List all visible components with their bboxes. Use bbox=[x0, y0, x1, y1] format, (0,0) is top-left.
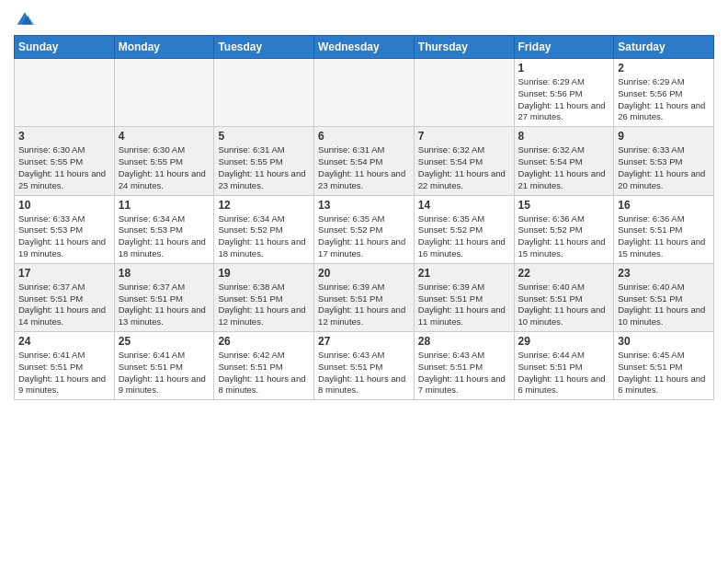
day-number: 29 bbox=[518, 335, 610, 348]
calendar-cell: 25Sunrise: 6:41 AMSunset: 5:51 PMDayligh… bbox=[114, 332, 214, 400]
sunrise-text: Sunrise: 6:36 AM bbox=[518, 213, 585, 224]
sunset-text: Sunset: 5:53 PM bbox=[119, 224, 183, 235]
daylight-label: Daylight: 11 hours and 10 minutes. bbox=[518, 304, 606, 327]
day-info: Sunrise: 6:32 AMSunset: 5:54 PMDaylight:… bbox=[418, 144, 510, 191]
day-info: Sunrise: 6:30 AMSunset: 5:55 PMDaylight:… bbox=[119, 144, 210, 191]
calendar-cell bbox=[114, 59, 214, 127]
sunset-text: Sunset: 5:51 PM bbox=[218, 293, 282, 304]
day-number: 22 bbox=[518, 267, 610, 280]
sunrise-text: Sunrise: 6:44 AM bbox=[518, 350, 585, 360]
calendar-cell: 29Sunrise: 6:44 AMSunset: 5:51 PMDayligh… bbox=[514, 332, 614, 400]
daylight-label: Daylight: 11 hours and 23 minutes. bbox=[318, 168, 405, 190]
daylight-label: Daylight: 11 hours and 15 minutes. bbox=[518, 236, 606, 259]
col-header-thursday: Thursday bbox=[414, 36, 514, 59]
day-info: Sunrise: 6:29 AMSunset: 5:56 PMDaylight:… bbox=[518, 76, 610, 123]
daylight-label: Daylight: 11 hours and 7 minutes. bbox=[418, 373, 506, 396]
sunrise-text: Sunrise: 6:29 AM bbox=[518, 76, 585, 86]
sunrise-text: Sunrise: 6:30 AM bbox=[18, 144, 85, 155]
calendar-cell bbox=[314, 59, 415, 127]
day-number: 21 bbox=[418, 267, 510, 280]
day-number: 15 bbox=[518, 199, 610, 212]
day-number: 20 bbox=[318, 267, 410, 280]
sunset-text: Sunset: 5:54 PM bbox=[518, 156, 583, 167]
calendar-week-4: 17Sunrise: 6:37 AMSunset: 5:51 PMDayligh… bbox=[15, 263, 714, 331]
calendar-cell: 15Sunrise: 6:36 AMSunset: 5:52 PMDayligh… bbox=[514, 195, 614, 263]
sunrise-text: Sunrise: 6:33 AM bbox=[18, 213, 85, 224]
calendar-cell: 22Sunrise: 6:40 AMSunset: 5:51 PMDayligh… bbox=[514, 263, 614, 331]
sunrise-text: Sunrise: 6:30 AM bbox=[119, 144, 185, 155]
calendar-cell: 23Sunrise: 6:40 AMSunset: 5:51 PMDayligh… bbox=[614, 263, 714, 331]
daylight-label: Daylight: 11 hours and 17 minutes. bbox=[318, 236, 405, 259]
sunset-text: Sunset: 5:53 PM bbox=[618, 156, 682, 167]
calendar-cell: 13Sunrise: 6:35 AMSunset: 5:52 PMDayligh… bbox=[314, 195, 415, 263]
sunrise-text: Sunrise: 6:31 AM bbox=[318, 144, 384, 155]
sunset-text: Sunset: 5:52 PM bbox=[418, 224, 483, 235]
day-number: 8 bbox=[518, 130, 610, 143]
sunset-text: Sunset: 5:51 PM bbox=[618, 224, 682, 235]
calendar-cell: 9Sunrise: 6:33 AMSunset: 5:53 PMDaylight… bbox=[614, 127, 714, 195]
day-number: 11 bbox=[119, 199, 210, 212]
day-number: 16 bbox=[618, 199, 710, 212]
calendar-cell: 30Sunrise: 6:45 AMSunset: 5:51 PMDayligh… bbox=[614, 332, 714, 400]
day-info: Sunrise: 6:38 AMSunset: 5:51 PMDaylight:… bbox=[218, 282, 310, 328]
page: SundayMondayTuesdayWednesdayThursdayFrid… bbox=[0, 0, 728, 409]
daylight-label: Daylight: 11 hours and 16 minutes. bbox=[418, 236, 506, 259]
daylight-label: Daylight: 11 hours and 21 minutes. bbox=[518, 168, 606, 190]
day-info: Sunrise: 6:32 AMSunset: 5:54 PMDaylight:… bbox=[518, 144, 610, 191]
col-header-monday: Monday bbox=[114, 36, 214, 59]
calendar-cell: 8Sunrise: 6:32 AMSunset: 5:54 PMDaylight… bbox=[514, 127, 614, 195]
day-info: Sunrise: 6:35 AMSunset: 5:52 PMDaylight:… bbox=[418, 213, 510, 260]
calendar-cell: 3Sunrise: 6:30 AMSunset: 5:55 PMDaylight… bbox=[15, 127, 115, 195]
sunset-text: Sunset: 5:51 PM bbox=[218, 362, 282, 372]
day-number: 5 bbox=[218, 130, 310, 143]
sunrise-text: Sunrise: 6:38 AM bbox=[218, 282, 284, 292]
calendar-cell: 16Sunrise: 6:36 AMSunset: 5:51 PMDayligh… bbox=[614, 195, 714, 263]
calendar-cell: 10Sunrise: 6:33 AMSunset: 5:53 PMDayligh… bbox=[15, 195, 115, 263]
day-info: Sunrise: 6:31 AMSunset: 5:55 PMDaylight:… bbox=[218, 144, 310, 191]
sunset-text: Sunset: 5:55 PM bbox=[18, 156, 83, 167]
col-header-friday: Friday bbox=[514, 36, 614, 59]
daylight-label: Daylight: 11 hours and 23 minutes. bbox=[218, 168, 305, 190]
day-info: Sunrise: 6:43 AMSunset: 5:51 PMDaylight:… bbox=[418, 350, 510, 396]
calendar-cell: 14Sunrise: 6:35 AMSunset: 5:52 PMDayligh… bbox=[414, 195, 514, 263]
sunset-text: Sunset: 5:51 PM bbox=[618, 362, 682, 372]
day-number: 10 bbox=[18, 199, 110, 212]
calendar-cell: 4Sunrise: 6:30 AMSunset: 5:55 PMDaylight… bbox=[114, 127, 214, 195]
sunset-text: Sunset: 5:56 PM bbox=[518, 88, 583, 98]
daylight-label: Daylight: 11 hours and 10 minutes. bbox=[618, 304, 705, 327]
day-number: 4 bbox=[119, 130, 210, 143]
sunrise-text: Sunrise: 6:29 AM bbox=[618, 76, 684, 86]
day-number: 25 bbox=[119, 335, 210, 348]
calendar-cell: 5Sunrise: 6:31 AMSunset: 5:55 PMDaylight… bbox=[214, 127, 314, 195]
sunset-text: Sunset: 5:51 PM bbox=[18, 293, 83, 304]
day-info: Sunrise: 6:33 AMSunset: 5:53 PMDaylight:… bbox=[618, 144, 710, 191]
calendar-week-2: 3Sunrise: 6:30 AMSunset: 5:55 PMDaylight… bbox=[15, 127, 714, 195]
day-number: 30 bbox=[618, 335, 710, 348]
day-number: 12 bbox=[218, 199, 310, 212]
day-number: 23 bbox=[618, 267, 710, 280]
day-number: 19 bbox=[218, 267, 310, 280]
day-info: Sunrise: 6:45 AMSunset: 5:51 PMDaylight:… bbox=[618, 350, 710, 396]
sunset-text: Sunset: 5:52 PM bbox=[518, 224, 583, 235]
day-info: Sunrise: 6:44 AMSunset: 5:51 PMDaylight:… bbox=[518, 350, 610, 396]
sunrise-text: Sunrise: 6:33 AM bbox=[618, 144, 684, 155]
sunset-text: Sunset: 5:51 PM bbox=[18, 362, 83, 372]
calendar-cell: 20Sunrise: 6:39 AMSunset: 5:51 PMDayligh… bbox=[314, 263, 415, 331]
sunrise-text: Sunrise: 6:34 AM bbox=[218, 213, 284, 224]
sunrise-text: Sunrise: 6:32 AM bbox=[418, 144, 484, 155]
sunset-text: Sunset: 5:51 PM bbox=[418, 362, 483, 372]
sunrise-text: Sunrise: 6:32 AM bbox=[518, 144, 585, 155]
sunset-text: Sunset: 5:55 PM bbox=[119, 156, 183, 167]
calendar-cell: 1Sunrise: 6:29 AMSunset: 5:56 PMDaylight… bbox=[514, 59, 614, 127]
col-header-tuesday: Tuesday bbox=[214, 36, 314, 59]
day-number: 17 bbox=[18, 267, 110, 280]
day-info: Sunrise: 6:41 AMSunset: 5:51 PMDaylight:… bbox=[119, 350, 210, 396]
day-info: Sunrise: 6:43 AMSunset: 5:51 PMDaylight:… bbox=[318, 350, 410, 396]
day-info: Sunrise: 6:35 AMSunset: 5:52 PMDaylight:… bbox=[318, 213, 410, 260]
daylight-label: Daylight: 11 hours and 12 minutes. bbox=[318, 304, 405, 327]
calendar-cell: 21Sunrise: 6:39 AMSunset: 5:51 PMDayligh… bbox=[414, 263, 514, 331]
daylight-label: Daylight: 11 hours and 27 minutes. bbox=[518, 100, 606, 122]
calendar-cell: 11Sunrise: 6:34 AMSunset: 5:53 PMDayligh… bbox=[114, 195, 214, 263]
sunrise-text: Sunrise: 6:42 AM bbox=[218, 350, 284, 360]
logo-icon bbox=[16, 9, 34, 28]
